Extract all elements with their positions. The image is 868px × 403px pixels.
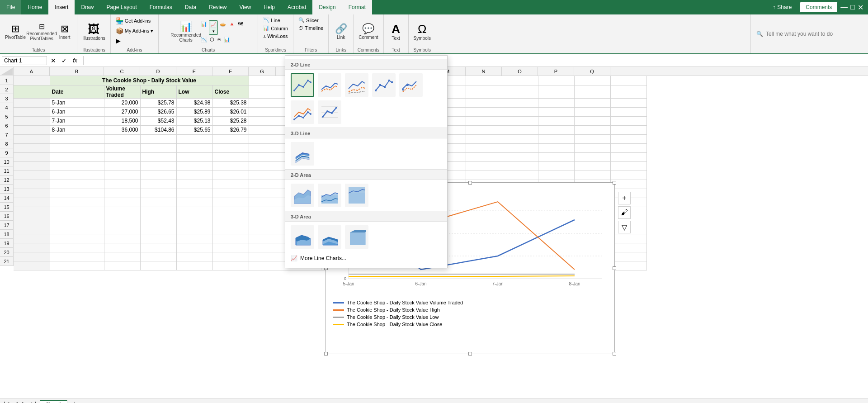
column-chart-button[interactable]: 📊 bbox=[200, 20, 208, 35]
comments-button[interactable]: Comments bbox=[800, 2, 838, 13]
row-header-21[interactable]: 21 bbox=[0, 257, 14, 266]
link-button[interactable]: 🔗 Link bbox=[331, 23, 350, 41]
3d-line-icon[interactable] bbox=[291, 142, 314, 166]
next-sheet-button[interactable]: ▷ bbox=[20, 401, 28, 403]
line-icon-6[interactable] bbox=[291, 100, 314, 124]
cancel-icon[interactable]: ✕ bbox=[49, 56, 58, 65]
row-header-11[interactable]: 11 bbox=[0, 166, 14, 175]
confirm-icon[interactable]: ✓ bbox=[60, 56, 69, 65]
handle-br[interactable] bbox=[613, 352, 616, 356]
text-button[interactable]: A Text bbox=[387, 22, 406, 42]
area-2d-icon-2[interactable] bbox=[318, 184, 341, 207]
col-header-A[interactable]: A bbox=[14, 67, 50, 76]
row-header-16[interactable]: 16 bbox=[0, 212, 14, 221]
share-button[interactable]: ↑ Share bbox=[767, 2, 797, 12]
row-header-13[interactable]: 13 bbox=[0, 185, 14, 194]
addins-extra-button[interactable]: ▶ bbox=[113, 36, 123, 45]
symbols-button[interactable]: Ω Symbols bbox=[411, 22, 433, 42]
row-header-2[interactable]: 2 bbox=[0, 85, 14, 94]
formula-input[interactable] bbox=[85, 57, 866, 64]
name-box[interactable] bbox=[2, 56, 47, 65]
tab-insert[interactable]: Insert bbox=[48, 0, 75, 14]
area-2d-icon-3[interactable] bbox=[345, 184, 368, 207]
tab-page-layout[interactable]: Page Layout bbox=[100, 0, 143, 14]
col-header-O[interactable]: O bbox=[502, 67, 538, 76]
col-header-D[interactable]: D bbox=[140, 67, 176, 76]
timeline-button[interactable]: ⏱ Timeline bbox=[296, 24, 326, 32]
col-header-E[interactable]: E bbox=[176, 67, 212, 76]
tab-review[interactable]: Review bbox=[203, 0, 233, 14]
line-markers-icon[interactable] bbox=[372, 73, 396, 97]
recommended-pivot-button[interactable]: ⊟ Recommended PivotTables bbox=[29, 22, 54, 43]
tab-draw[interactable]: Draw bbox=[75, 0, 100, 14]
row-header-5[interactable]: 5 bbox=[0, 112, 14, 121]
row-header-7[interactable]: 7 bbox=[0, 130, 14, 139]
row-header-17[interactable]: 17 bbox=[0, 221, 14, 230]
comment-button[interactable]: 💬 Comment bbox=[356, 23, 380, 41]
more-line-charts-button[interactable]: 📈 More Line Charts... bbox=[285, 252, 447, 264]
tab-format[interactable]: Format bbox=[342, 0, 372, 14]
row-header-20[interactable]: 20 bbox=[0, 248, 14, 257]
tab-design[interactable]: Design bbox=[312, 0, 342, 14]
row-header-10[interactable]: 10 bbox=[0, 157, 14, 166]
row-header-1[interactable]: 1 bbox=[0, 76, 14, 85]
row-header-3[interactable]: 3 bbox=[0, 94, 14, 103]
col-header-P[interactable]: P bbox=[538, 67, 574, 76]
col-header-C[interactable]: C bbox=[104, 67, 140, 76]
row-header-18[interactable]: 18 bbox=[0, 230, 14, 239]
row-header-15[interactable]: 15 bbox=[0, 203, 14, 212]
area-3d-icon-1[interactable] bbox=[291, 225, 314, 249]
get-addins-button[interactable]: 🏪 Get Add-ins bbox=[113, 16, 153, 25]
chart-filters-button[interactable]: ▽ bbox=[618, 221, 631, 233]
sheet-tab-1[interactable]: Sheet1 bbox=[40, 400, 67, 403]
minimize-button[interactable]: — bbox=[840, 3, 848, 11]
col-header-F[interactable]: F bbox=[212, 67, 249, 76]
handle-bl[interactable] bbox=[324, 352, 328, 356]
maps-button[interactable]: 🗺 bbox=[237, 20, 244, 35]
hierarchy-button[interactable]: 🔺 bbox=[228, 20, 236, 35]
row-header-9[interactable]: 9 bbox=[0, 148, 14, 157]
stacked-line-icon[interactable] bbox=[318, 73, 341, 97]
table-button[interactable]: ⊠ Insert bbox=[55, 23, 74, 41]
add-sheet-button[interactable]: + bbox=[70, 400, 79, 403]
pie-chart-button[interactable]: 🥧 bbox=[219, 20, 227, 35]
surface-chart-button[interactable]: ⬡ bbox=[209, 36, 215, 43]
my-addins-button[interactable]: 📦 My Add-ins ▾ bbox=[113, 26, 156, 35]
winloss-sparkline-button[interactable]: ± Win/Loss bbox=[261, 33, 290, 40]
handle-mr[interactable] bbox=[613, 266, 616, 270]
row-header-19[interactable]: 19 bbox=[0, 239, 14, 248]
area-2d-icon-1[interactable] bbox=[291, 184, 314, 207]
line-chart-icon-1[interactable] bbox=[291, 73, 314, 97]
column-sparkline-button[interactable]: 📊 Column bbox=[261, 24, 290, 32]
row-header-4[interactable]: 4 bbox=[0, 103, 14, 112]
line-chart-button[interactable]: 📈 ▾ bbox=[209, 20, 218, 35]
col-header-N[interactable]: N bbox=[466, 67, 502, 76]
recommended-charts-button[interactable]: 📊 Recommended Charts bbox=[173, 20, 199, 44]
line-icon-7[interactable] bbox=[318, 100, 341, 124]
close-button[interactable]: ✕ bbox=[858, 3, 863, 12]
100-stacked-line-icon[interactable] bbox=[345, 73, 368, 97]
tab-help[interactable]: Help bbox=[257, 0, 281, 14]
illustrations-button[interactable]: 🖼 Illustrations bbox=[80, 22, 108, 42]
fx-icon[interactable]: fx bbox=[71, 56, 80, 65]
col-header-Q[interactable]: Q bbox=[574, 67, 610, 76]
handle-tm[interactable] bbox=[468, 181, 472, 185]
tab-home[interactable]: Home bbox=[21, 0, 48, 14]
row-header-12[interactable]: 12 bbox=[0, 175, 14, 185]
last-sheet-button[interactable]: ▷| bbox=[29, 401, 38, 403]
handle-bm[interactable] bbox=[468, 352, 472, 356]
col-header-B[interactable]: B bbox=[50, 67, 104, 76]
line-sparkline-button[interactable]: 📉 Line bbox=[261, 16, 283, 24]
area-3d-icon-3[interactable] bbox=[345, 225, 368, 249]
tab-formulas[interactable]: Formulas bbox=[143, 0, 179, 14]
chart-elements-button[interactable]: + bbox=[618, 192, 631, 204]
chart-styles-button[interactable]: 🖌 bbox=[618, 206, 631, 219]
first-sheet-button[interactable]: |◁ bbox=[2, 401, 11, 403]
restore-button[interactable]: □ bbox=[850, 3, 855, 11]
area-3d-icon-2[interactable] bbox=[318, 225, 341, 249]
search-input[interactable] bbox=[763, 31, 863, 37]
prev-sheet-button[interactable]: ◁ bbox=[12, 401, 19, 403]
radar-chart-button[interactable]: ✳ bbox=[216, 36, 222, 43]
col-header-G[interactable]: G bbox=[249, 67, 276, 76]
tab-data[interactable]: Data bbox=[179, 0, 203, 14]
